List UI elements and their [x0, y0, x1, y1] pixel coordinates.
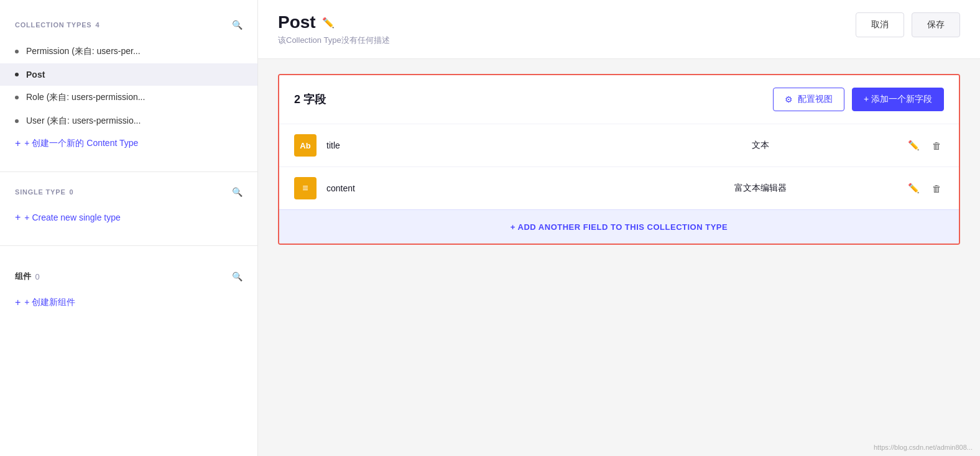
field-type-content: 富文本编辑器: [616, 183, 906, 194]
fields-count: 2 字段: [294, 92, 326, 107]
collection-types-title-group: COLLECTION TYPES 4: [15, 21, 99, 29]
save-button[interactable]: 保存: [912, 12, 960, 37]
field-actions-title: ✏️ 🗑: [905, 137, 944, 153]
sidebar-item-user[interactable]: User (来自: users-permissio...: [0, 109, 257, 133]
components-title-group: 组件 0: [15, 271, 40, 282]
sidebar-item-post[interactable]: Post: [0, 63, 257, 86]
field-icon-content: ≡: [294, 177, 317, 199]
add-field-label: + 添加一个新字段: [864, 94, 932, 105]
sidebar-item-active-dot: [15, 73, 19, 76]
main-header-left: Post ✏️ 该Collection Type没有任何描述: [278, 12, 390, 46]
sidebar-item-user-dot: [15, 119, 19, 123]
field-delete-button-content[interactable]: 🗑: [930, 181, 944, 196]
sidebar: COLLECTION TYPES 4 🔍 Permission (来自: use…: [0, 0, 258, 456]
field-name-title: title: [326, 140, 616, 150]
url-bar: https://blog.csdn.net/admin808...: [874, 444, 973, 451]
components-search-icon[interactable]: 🔍: [232, 271, 243, 281]
create-collection-plus-icon: +: [15, 138, 21, 149]
configure-view-button[interactable]: ⚙ 配置视图: [773, 88, 844, 111]
page-title: Post: [278, 12, 316, 32]
sidebar-item-post-label: Post: [26, 70, 45, 80]
edit-title-icon[interactable]: ✏️: [322, 17, 335, 29]
fields-actions: ⚙ 配置视图 + 添加一个新字段: [773, 88, 944, 111]
sidebar-item-permission[interactable]: Permission (来自: users-per...: [0, 40, 257, 63]
fields-card-header: 2 字段 ⚙ 配置视图 + 添加一个新字段: [279, 75, 959, 124]
field-name-content: content: [326, 183, 616, 193]
create-single-type-label: + Create new single type: [24, 212, 120, 222]
create-component-label: + 创建新组件: [24, 297, 75, 308]
main-content: Post ✏️ 该Collection Type没有任何描述 取消 保存 2 字…: [258, 0, 980, 456]
collection-types-label: COLLECTION TYPES: [15, 21, 91, 29]
collection-types-count: 4: [95, 21, 99, 29]
single-type-count: 0: [70, 188, 73, 196]
field-type-title: 文本: [616, 140, 906, 151]
main-header: Post ✏️ 该Collection Type没有任何描述 取消 保存: [258, 0, 980, 59]
single-type-search-icon[interactable]: 🔍: [232, 187, 243, 197]
fields-card: 2 字段 ⚙ 配置视图 + 添加一个新字段 Ab title 文本: [278, 74, 960, 245]
single-type-title-group: SINGLE TYPE 0: [15, 188, 73, 196]
sidebar-item-role-label: Role (来自: users-permission...: [26, 92, 145, 103]
create-single-type-link[interactable]: + + Create new single type: [0, 207, 257, 228]
field-edit-button-title[interactable]: ✏️: [905, 137, 922, 153]
sidebar-divider-1: [0, 171, 257, 172]
field-delete-button-title[interactable]: 🗑: [930, 138, 944, 153]
collection-types-header: COLLECTION TYPES 4 🔍: [0, 15, 257, 35]
field-actions-content: ✏️ 🗑: [905, 180, 944, 196]
create-collection-type-link[interactable]: + + 创建一个新的 Content Type: [0, 133, 257, 154]
field-edit-button-content[interactable]: ✏️: [905, 180, 922, 196]
components-section: 组件 0 🔍 + + 创建新组件: [0, 256, 257, 313]
single-type-label: SINGLE TYPE: [15, 188, 66, 196]
add-field-button[interactable]: + 添加一个新字段: [852, 88, 944, 111]
page-title-row: Post ✏️: [278, 12, 390, 32]
create-component-link[interactable]: + + 创建新组件: [0, 292, 257, 313]
create-single-plus-icon: +: [15, 212, 21, 223]
url-text: https://blog.csdn.net/admin808...: [874, 444, 973, 451]
page-subtitle: 该Collection Type没有任何描述: [278, 35, 390, 46]
components-header: 组件 0 🔍: [0, 266, 257, 287]
create-component-plus-icon: +: [15, 297, 21, 308]
field-row-title: Ab title 文本 ✏️ 🗑: [279, 124, 959, 166]
add-another-field-button[interactable]: + ADD ANOTHER FIELD TO THIS COLLECTION T…: [511, 222, 728, 232]
single-type-section: SINGLE TYPE 0 🔍 + + Create new single ty…: [0, 182, 257, 240]
sidebar-divider-2: [0, 245, 257, 246]
sidebar-item-dot: [15, 50, 19, 53]
sidebar-item-role[interactable]: Role (来自: users-permission...: [0, 86, 257, 109]
field-icon-text-label: Ab: [300, 141, 310, 150]
single-type-header: SINGLE TYPE 0 🔍: [0, 182, 257, 202]
cancel-button[interactable]: 取消: [856, 12, 904, 37]
collection-types-search-icon[interactable]: 🔍: [232, 20, 243, 30]
sidebar-item-user-label: User (来自: users-permissio...: [26, 116, 141, 127]
field-icon-richtext-label: ≡: [302, 183, 308, 194]
content-area: 2 字段 ⚙ 配置视图 + 添加一个新字段 Ab title 文本: [258, 59, 980, 260]
create-collection-type-label: + 创建一个新的 Content Type: [24, 138, 138, 149]
configure-view-label: 配置视图: [798, 94, 833, 105]
components-label: 组件: [15, 271, 32, 282]
field-icon-title: Ab: [294, 134, 317, 157]
configure-view-icon: ⚙: [785, 94, 793, 104]
sidebar-item-role-dot: [15, 96, 19, 99]
components-count: 0: [35, 272, 40, 281]
collection-types-section: COLLECTION TYPES 4 🔍 Permission (来自: use…: [0, 15, 257, 166]
sidebar-item-permission-label: Permission (来自: users-per...: [26, 46, 141, 57]
add-another-field-section: + ADD ANOTHER FIELD TO THIS COLLECTION T…: [279, 209, 959, 244]
header-buttons: 取消 保存: [856, 12, 960, 37]
field-row-content: ≡ content 富文本编辑器 ✏️ 🗑: [279, 166, 959, 209]
